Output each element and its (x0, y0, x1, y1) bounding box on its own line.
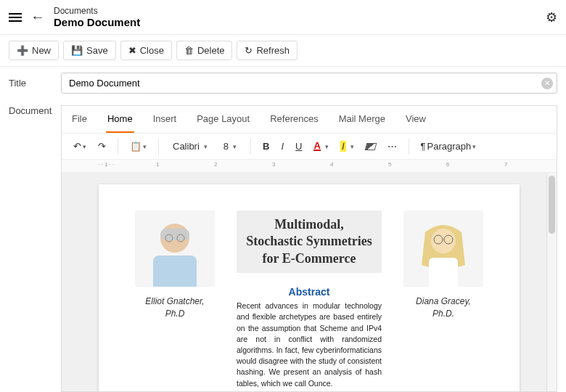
svg-point-7 (431, 229, 456, 253)
font-family-select[interactable]: Calibri▾ (166, 138, 214, 155)
close-button[interactable]: ✖Close (120, 41, 172, 60)
tab-home[interactable]: Home (106, 106, 134, 133)
delete-button[interactable]: 🗑Delete (176, 41, 233, 60)
author-left-photo (135, 211, 215, 287)
font-size-select[interactable]: 8▾ (217, 138, 243, 155)
paragraph-button[interactable]: ¶ Paragraph ▾ (417, 138, 481, 155)
bold-button[interactable]: B (258, 138, 274, 155)
clear-formatting-button[interactable] (361, 140, 380, 153)
save-icon: 💾 (71, 45, 83, 56)
new-button[interactable]: ➕New (9, 41, 59, 60)
horizontal-ruler[interactable]: · · 1 · · 1 2 3 4 5 6 7 (62, 160, 557, 173)
menu-button[interactable] (9, 11, 22, 24)
author-right-photo (403, 211, 483, 287)
title-label: Title (9, 78, 52, 89)
svg-rect-3 (153, 256, 197, 287)
undo-button[interactable]: ↶▾ (69, 138, 91, 155)
tab-insert[interactable]: Insert (152, 106, 179, 133)
svg-rect-2 (160, 229, 189, 240)
breadcrumb[interactable]: Documents (54, 6, 537, 16)
editor-tabs: File Home Insert Page Layout References … (62, 106, 557, 134)
tab-mail-merge[interactable]: Mail Merge (337, 106, 387, 133)
italic-button[interactable]: I (276, 138, 288, 155)
redo-button[interactable]: ↷ (94, 138, 110, 155)
underline-button[interactable]: U (291, 138, 306, 155)
more-button[interactable]: ⋯ (383, 138, 401, 155)
tab-page-layout[interactable]: Page Layout (195, 106, 251, 133)
highlight-button[interactable]: I▾ (336, 138, 358, 155)
page-title: Demo Document (54, 16, 537, 28)
ribbon-toolbar: ↶▾ ↷ 📋▾ Calibri▾ 8▾ B I U A▾ I▾ ⋯ ¶ Para… (62, 134, 557, 160)
document-label: Document (9, 105, 52, 392)
eraser-icon (364, 143, 377, 150)
action-toolbar: ➕New 💾Save ✖Close 🗑Delete ↻Refresh (0, 35, 566, 67)
font-color-button[interactable]: A▾ (309, 139, 332, 155)
vertical-scrollbar[interactable] (546, 173, 557, 391)
author-right-name: Diana Gracey,Ph.D. (416, 295, 471, 320)
abstract-heading: Abstract (289, 286, 330, 298)
tab-file[interactable]: File (70, 106, 89, 133)
paste-button[interactable]: 📋▾ (126, 138, 151, 155)
title-input[interactable] (61, 73, 557, 94)
scrollbar-thumb[interactable] (549, 176, 555, 234)
rich-text-editor: File Home Insert Page Layout References … (61, 105, 557, 392)
settings-button[interactable]: ⚙ (546, 9, 557, 25)
clear-title-button[interactable]: ✕ (541, 78, 553, 89)
save-button[interactable]: 💾Save (63, 41, 116, 60)
document-canvas[interactable]: Elliot Gnatcher,Ph.D Multimodal, Stochas… (62, 173, 557, 391)
back-button[interactable]: ← (30, 9, 45, 25)
refresh-button[interactable]: ↻Refresh (237, 41, 298, 60)
refresh-icon: ↻ (245, 45, 253, 56)
document-title: Multimodal, Stochastic Symmetries for E-… (237, 211, 382, 273)
svg-rect-8 (429, 258, 458, 287)
trash-icon: 🗑 (184, 45, 194, 56)
abstract-text: Recent advances in modular technology an… (237, 301, 382, 389)
close-icon: ✖ (128, 45, 136, 56)
plus-icon: ➕ (17, 45, 28, 56)
tab-view[interactable]: View (404, 106, 427, 133)
page-1[interactable]: Elliot Gnatcher,Ph.D Multimodal, Stochas… (99, 184, 520, 391)
author-left-name: Elliot Gnatcher,Ph.D (145, 295, 204, 320)
tab-references[interactable]: References (268, 106, 319, 133)
